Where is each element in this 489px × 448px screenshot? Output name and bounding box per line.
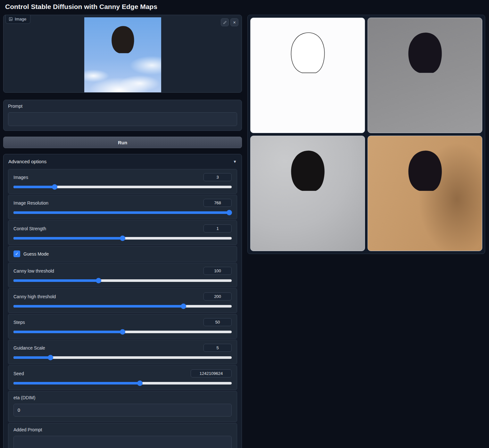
guess-mode-checkbox[interactable]: ✓: [13, 250, 20, 257]
steps-slider-row: Steps: [8, 314, 237, 339]
pencil-icon: [223, 21, 227, 24]
guidance-slider[interactable]: [13, 356, 232, 359]
images-label: Images: [13, 175, 28, 180]
eta-row: eta (DDIM): [8, 391, 237, 422]
resolution-label: Image Resolution: [13, 200, 48, 206]
gallery-item-canny-edge-map[interactable]: [250, 18, 365, 133]
slider-handle[interactable]: [120, 329, 125, 335]
resolution-slider[interactable]: [13, 211, 232, 214]
added-prompt-row: Added Prompt: [8, 423, 237, 448]
eta-input[interactable]: [13, 404, 232, 417]
app-root: Control Stable Diffusion with Canny Edge…: [0, 0, 489, 448]
uploaded-image: [84, 17, 161, 92]
slider-handle[interactable]: [137, 381, 143, 386]
page-title: Control Stable Diffusion with Canny Edge…: [3, 0, 486, 15]
prompt-input[interactable]: [8, 112, 237, 126]
guess-mode-row: ✓ Guess Mode: [8, 246, 237, 262]
prompt-panel: Prompt: [3, 100, 242, 131]
steps-value-input[interactable]: [203, 318, 232, 326]
resolution-slider-row: Image Resolution: [8, 195, 237, 219]
generated-image-2: [251, 136, 365, 251]
canny-edge-map-image: [251, 18, 365, 133]
canny-low-label: Canny low threshold: [13, 268, 54, 274]
canny-low-value-input[interactable]: [203, 267, 232, 275]
images-value-input[interactable]: [203, 173, 232, 181]
output-gallery: [247, 15, 485, 254]
image-icon: [9, 17, 13, 21]
slider-handle[interactable]: [48, 355, 53, 360]
seed-label: Seed: [13, 371, 24, 376]
generated-image-3: [368, 136, 482, 251]
steps-slider[interactable]: [13, 331, 232, 333]
slider-handle[interactable]: [120, 236, 125, 241]
image-tab-label: Image: [5, 15, 30, 24]
advanced-options-panel: Advanced options ▼ Images: [3, 154, 242, 448]
guidance-slider-row: Guidance Scale: [8, 340, 237, 364]
clear-image-button[interactable]: ×: [230, 18, 238, 26]
slider-handle[interactable]: [52, 184, 57, 190]
added-prompt-input[interactable]: [13, 436, 232, 448]
checkmark-icon: ✓: [15, 251, 19, 256]
images-slider-row: Images: [8, 169, 237, 194]
canny-low-slider-row: Canny low threshold: [8, 263, 237, 287]
uploaded-image-figure: [84, 17, 161, 92]
resolution-value-input[interactable]: [203, 199, 232, 207]
strength-slider[interactable]: [13, 237, 232, 240]
prompt-label: Prompt: [8, 104, 237, 109]
generated-image-1: [368, 18, 482, 133]
canny-high-slider-row: Canny high threshold: [8, 288, 237, 313]
canny-high-label: Canny high threshold: [13, 294, 56, 299]
eta-label: eta (DDIM): [13, 395, 232, 400]
slider-handle[interactable]: [227, 210, 232, 216]
advanced-options-title: Advanced options: [8, 159, 46, 164]
seed-slider-row: Seed: [8, 365, 237, 390]
gallery-item-generated-1[interactable]: [368, 18, 482, 133]
run-button[interactable]: Run: [3, 137, 242, 148]
guidance-label: Guidance Scale: [13, 345, 45, 351]
chevron-down-icon: ▼: [233, 159, 237, 164]
added-prompt-label: Added Prompt: [13, 427, 232, 432]
canny-high-slider[interactable]: [13, 305, 232, 308]
gallery-item-generated-2[interactable]: [250, 136, 365, 251]
edit-image-button[interactable]: [221, 18, 229, 26]
close-icon: ×: [233, 20, 236, 25]
steps-label: Steps: [13, 320, 25, 325]
strength-value-input[interactable]: [203, 224, 232, 232]
canny-high-value-input[interactable]: [203, 292, 232, 300]
seed-slider[interactable]: [13, 382, 232, 385]
guess-mode-label: Guess Mode: [23, 251, 49, 257]
advanced-options-header[interactable]: Advanced options ▼: [4, 154, 242, 168]
strength-slider-row: Control Strength: [8, 220, 237, 245]
slider-handle[interactable]: [181, 304, 186, 309]
gallery-item-generated-3[interactable]: [368, 136, 482, 251]
strength-label: Control Strength: [13, 226, 46, 231]
images-slider[interactable]: [13, 186, 232, 188]
canny-low-slider[interactable]: [13, 279, 232, 282]
input-image-panel: Image ×: [3, 15, 242, 93]
guidance-value-input[interactable]: [203, 344, 232, 352]
slider-handle[interactable]: [96, 278, 101, 283]
seed-value-input[interactable]: [191, 369, 232, 377]
